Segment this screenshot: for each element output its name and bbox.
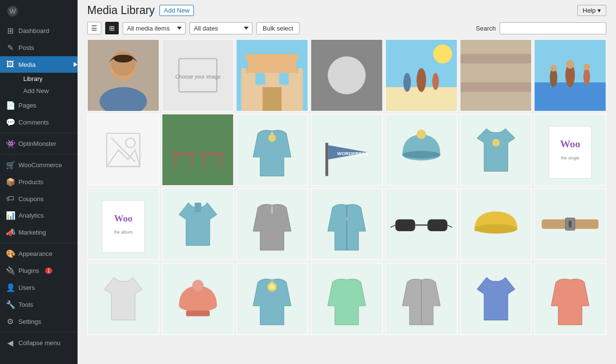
media-submenu: Library Add New — [0, 73, 78, 97]
sidebar-item-products[interactable]: 📦 Products — [0, 174, 78, 190]
help-button[interactable]: Help ▾ — [577, 5, 606, 16]
products-icon: 📦 — [6, 177, 15, 187]
sidebar-item-plugins[interactable]: 🔌 Plugins 1 — [0, 262, 78, 279]
sidebar-item-label: Appearance — [18, 250, 52, 257]
sidebar-item-label: Coupons — [18, 195, 44, 203]
svg-rect-45 — [190, 156, 193, 168]
sidebar-item-optinmonster[interactable]: 👾 OptinMonster — [0, 135, 78, 152]
svg-point-17 — [328, 56, 365, 94]
svg-point-33 — [584, 68, 590, 85]
list-view-button[interactable]: ☰ — [87, 22, 101, 34]
dashboard-icon: ⊞ — [6, 26, 15, 35]
media-item[interactable] — [385, 114, 458, 186]
media-item[interactable] — [236, 188, 308, 260]
sidebar-item-coupons[interactable]: 🏷 Coupons — [0, 190, 78, 207]
svg-rect-62 — [549, 126, 592, 178]
media-item[interactable] — [87, 263, 159, 335]
sidebar-item-label: Settings — [18, 318, 41, 325]
media-item[interactable] — [162, 114, 234, 186]
sidebar-item-label: OptinMonster — [18, 140, 56, 147]
tools-icon: 🔧 — [6, 300, 15, 309]
media-item[interactable] — [460, 263, 532, 335]
pages-icon: 📄 — [6, 101, 15, 110]
sidebar-subitem-library[interactable]: Library — [17, 73, 78, 85]
grid-view-icon: ⊞ — [109, 24, 115, 32]
svg-point-23 — [432, 73, 439, 90]
library-label: Library — [23, 75, 43, 82]
sidebar-item-woocommerce[interactable]: 🛒 WooCommerce — [0, 157, 78, 174]
media-item[interactable] — [311, 188, 383, 260]
sidebar-item-tools[interactable]: 🔧 Tools — [0, 296, 78, 313]
svg-point-58 — [402, 151, 440, 158]
media-item[interactable]: Choose your image — [162, 39, 234, 111]
add-new-label: Add New — [23, 87, 49, 95]
sidebar-item-label: Posts — [18, 44, 34, 51]
sidebar-item-marketing[interactable]: 📣 Marketing — [0, 224, 78, 241]
media-item[interactable] — [460, 39, 532, 111]
sidebar-item-analytics[interactable]: 📊 Analytics — [0, 207, 78, 224]
sidebar-item-comments[interactable]: 💬 Comments — [0, 114, 78, 131]
sidebar-item-users[interactable]: 👤 Users — [0, 279, 78, 296]
media-item[interactable] — [236, 263, 308, 335]
media-item[interactable] — [534, 188, 606, 260]
add-new-button[interactable]: Add New — [159, 5, 194, 16]
media-item[interactable]: WORDPRESS — [311, 114, 383, 186]
media-item[interactable] — [311, 39, 383, 111]
media-grid-inner: Choose your imageWORDPRESSWoothe singleW… — [87, 39, 606, 335]
sidebar-item-posts[interactable]: ✎ Posts — [0, 39, 78, 56]
svg-rect-76 — [395, 220, 415, 231]
media-item[interactable] — [460, 114, 532, 186]
sidebar-divider-4 — [0, 332, 78, 332]
media-item[interactable] — [534, 39, 606, 111]
svg-rect-92 — [186, 311, 210, 317]
svg-rect-46 — [200, 152, 224, 156]
sidebar-subitem-add-new[interactable]: Add New — [17, 85, 78, 97]
sidebar: W ⊞ Dashboard ✎ Posts 🖼 Media Library Ad… — [0, 0, 78, 364]
media-collapse-arrow — [74, 62, 78, 67]
date-filter[interactable]: All dates — [190, 22, 253, 34]
svg-rect-47 — [203, 156, 205, 168]
posts-icon: ✎ — [6, 43, 15, 52]
search-input[interactable] — [500, 22, 606, 34]
media-item[interactable] — [162, 188, 234, 260]
sidebar-item-label: Users — [18, 284, 35, 291]
media-item[interactable] — [385, 263, 458, 335]
sidebar-item-pages[interactable]: 📄 Pages — [0, 97, 78, 114]
svg-rect-83 — [474, 227, 489, 232]
media-item[interactable] — [534, 263, 606, 335]
grid-view-button[interactable]: ⊞ — [105, 22, 119, 34]
media-item[interactable] — [236, 39, 308, 111]
sidebar-item-collapse[interactable]: ◀ Collapse menu — [0, 334, 78, 351]
media-item[interactable]: Woothe single — [534, 114, 606, 186]
bulk-select-button[interactable]: Bulk select — [256, 22, 300, 34]
media-item[interactable] — [162, 263, 234, 335]
media-item[interactable] — [385, 188, 458, 260]
svg-point-22 — [416, 68, 426, 92]
media-item[interactable] — [385, 39, 458, 111]
search-label: Search — [476, 25, 496, 32]
media-type-filter[interactable]: All media items — [123, 22, 186, 34]
svg-text:Woo: Woo — [560, 138, 581, 150]
settings-icon: ⚙ — [6, 317, 15, 326]
help-chevron-icon: ▾ — [598, 7, 601, 14]
svg-point-20 — [433, 45, 452, 63]
media-grid: Choose your imageWORDPRESSWoothe singleW… — [78, 39, 616, 364]
topbar: Media Library Add New Help ▾ — [78, 0, 616, 17]
media-item[interactable] — [236, 114, 308, 186]
svg-point-91 — [192, 280, 203, 291]
sidebar-item-dashboard[interactable]: ⊞ Dashboard — [0, 22, 78, 39]
media-item[interactable] — [311, 263, 383, 335]
svg-rect-28 — [460, 96, 532, 106]
wp-logo-icon: W — [7, 6, 18, 16]
media-item[interactable]: Woothe album — [87, 188, 159, 260]
media-item[interactable] — [87, 39, 159, 111]
media-item[interactable] — [87, 114, 159, 186]
svg-rect-52 — [325, 142, 328, 175]
media-item[interactable] — [460, 188, 532, 260]
sidebar-item-appearance[interactable]: 🎨 Appearance — [0, 245, 78, 262]
svg-rect-26 — [460, 68, 532, 78]
sidebar-item-settings[interactable]: ⚙ Settings — [0, 313, 78, 330]
svg-text:Choose your image: Choose your image — [175, 74, 220, 79]
svg-rect-11 — [256, 73, 266, 84]
sidebar-item-media[interactable]: 🖼 Media — [0, 56, 78, 73]
